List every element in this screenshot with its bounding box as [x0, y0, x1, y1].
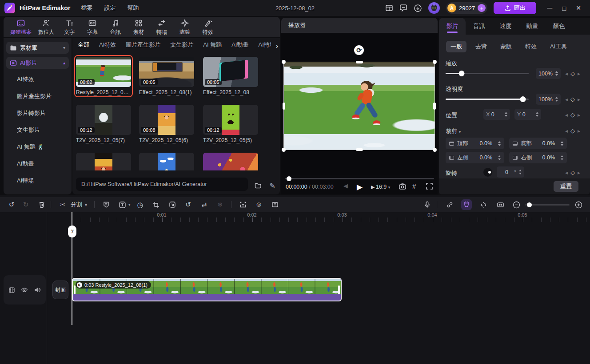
minimize-button[interactable]: — [547, 5, 552, 11]
opacity-keyframe-controls[interactable]: ◂◇▸ [565, 96, 580, 103]
subtab-mask[interactable]: 蒙版 [496, 41, 516, 52]
media-item[interactable]: 00:05 Effect_2025_12_08 [203, 57, 258, 95]
toolbar-subtitle[interactable]: 字幕 [81, 19, 104, 36]
position-y-input[interactable]: Y 0 [514, 109, 541, 120]
open-folder-icon[interactable] [254, 182, 263, 190]
media-item[interactable] [203, 153, 258, 170]
timeline-zoom-handle[interactable] [527, 202, 532, 207]
media-item[interactable] [76, 153, 131, 170]
scale-slider[interactable] [446, 73, 529, 74]
export-button[interactable]: 匯出 [494, 2, 536, 14]
timeline-ruler[interactable]: 0:01 0:02 0:03 0:04 0:05 [47, 212, 590, 222]
download-icon[interactable] [414, 4, 422, 12]
timeline-clip[interactable]: ▶ 0:03 Restyle_2025_12_08(1) [72, 278, 342, 301]
sidebar-item-ai-transition[interactable]: AI轉場 [17, 177, 34, 185]
transform-handle-left[interactable] [283, 103, 285, 110]
player-canvas[interactable]: ⟳ [281, 33, 438, 175]
track-film-icon[interactable] [8, 287, 15, 293]
menu-help[interactable]: 幫助 [127, 4, 139, 12]
play-icon[interactable]: ▶ [357, 182, 363, 192]
crop-left-input[interactable]: 左側 0.0% [446, 152, 504, 163]
playhead-split-badge[interactable]: ✂ [68, 226, 76, 237]
crop-keyframe-controls[interactable]: ◂◇▸ [565, 127, 580, 134]
tab-animation[interactable]: 動畫 [519, 18, 546, 35]
unlink-clips-icon[interactable] [478, 199, 489, 210]
menu-file[interactable]: 檔案 [81, 4, 92, 12]
sidebar-item-image-to-video[interactable]: 圖片產生影片 [17, 92, 52, 100]
media-item[interactable]: 00:05 Effect_2025_12_08(1) [139, 57, 194, 95]
clip-trim-handle-right[interactable] [338, 285, 340, 294]
crop-label[interactable]: 裁剪 ▾ [446, 127, 461, 135]
sidebar-item-video-to-video[interactable]: 影片轉影片 [17, 109, 46, 117]
tab-image-to-video[interactable]: 圖片產生影片 [126, 41, 160, 52]
tab-color[interactable]: 顏色 [546, 18, 572, 35]
aspect-ratio-select[interactable]: ▶ 16:9 ▾ [371, 184, 390, 190]
library-path[interactable]: D:/HitPaw Software/HitPaw Edimakor/AI Ge… [76, 178, 248, 191]
subtab-general[interactable]: 一般 [446, 41, 466, 52]
seek-bar[interactable] [285, 178, 434, 179]
crop-tool-icon[interactable] [151, 199, 162, 210]
sticker-tool-icon[interactable]: ☺ [254, 199, 264, 210]
position-x-input[interactable]: X 0 [483, 109, 510, 120]
tab-audio[interactable]: 音訊 [466, 18, 492, 35]
transform-handle-bottom-left[interactable] [282, 148, 286, 152]
media-item[interactable]: 00:12 T2V_2025_12_05(5) [203, 105, 258, 143]
transform-handle-bottom[interactable] [356, 148, 363, 151]
sidebar-library[interactable]: 素材庫 ▾ [6, 42, 69, 54]
edit-path-icon[interactable]: ✎ [270, 182, 275, 190]
feedback-icon[interactable] [399, 4, 407, 12]
menu-settings[interactable]: 設定 [104, 4, 116, 12]
tab-ai-transition[interactable]: AI轉場 [259, 41, 271, 52]
subtab-effects[interactable]: 特效 [521, 41, 541, 52]
speed-tool-icon[interactable]: ◷ [135, 199, 146, 210]
delete-icon[interactable] [36, 199, 47, 210]
toolbar-elements[interactable]: 素材 [127, 19, 150, 36]
tabs-overflow-arrow[interactable]: › [276, 41, 278, 51]
clip-trim-handle-left[interactable] [74, 285, 76, 294]
toolbar-audio[interactable]: 音訊 [104, 19, 127, 36]
media-item[interactable]: 00:02 Restyle_2025_12_08(1) [76, 57, 131, 95]
zoom-out-icon[interactable] [511, 199, 522, 210]
media-item[interactable] [139, 153, 194, 170]
undo-icon[interactable]: ↺ [6, 199, 17, 210]
transform-handle-bottom-right[interactable] [433, 148, 437, 152]
transform-handle-top-left[interactable] [282, 60, 286, 64]
rewind-tool-icon[interactable]: ↺ [183, 199, 194, 210]
coin-balance[interactable]: A 29027 + [446, 2, 487, 14]
rotate-keyframe-controls[interactable]: ◂◇▸ [565, 169, 580, 176]
track-visibility-icon[interactable] [21, 286, 28, 293]
toolbar-filter[interactable]: 濾鏡 [173, 19, 196, 36]
user-avatar[interactable] [428, 2, 440, 14]
mask-tool-icon[interactable] [101, 199, 112, 210]
text-tool-icon[interactable] [117, 199, 128, 210]
rotate-handle-icon[interactable]: ⟳ [354, 45, 364, 55]
position-keyframe-controls[interactable]: ◂◇▸ [565, 111, 580, 118]
tab-all[interactable]: 全部 [78, 41, 89, 52]
zoom-in-icon[interactable] [573, 199, 584, 210]
close-button[interactable]: ✕ [576, 4, 581, 12]
scale-slider-handle[interactable] [458, 71, 464, 76]
tab-video[interactable]: 影片 [439, 18, 466, 35]
opacity-value[interactable]: 100% [536, 94, 561, 105]
toolbar-text[interactable]: 文字 [58, 19, 81, 36]
crop-right-input[interactable]: 右側 0.0% [509, 152, 567, 163]
transform-handle-top[interactable] [356, 61, 363, 63]
prev-frame-icon[interactable]: ◀ [343, 182, 348, 189]
scale-tool-icon[interactable] [167, 199, 178, 210]
grid-icon[interactable]: # [412, 182, 416, 190]
toolbar-digital-human[interactable]: 數位人 [35, 19, 58, 36]
timeline-zoom-slider[interactable] [525, 204, 570, 206]
redo-icon[interactable]: ↻ [20, 199, 31, 210]
fullscreen-icon[interactable] [426, 182, 433, 190]
toolbar-transition[interactable]: 轉場 [150, 19, 173, 36]
track-mute-icon[interactable] [34, 286, 41, 293]
export-frame-icon[interactable] [270, 199, 280, 210]
opacity-slider-handle[interactable] [520, 96, 526, 102]
tab-speed[interactable]: 速度 [492, 18, 519, 35]
toolbar-media[interactable]: 媒體檔案 [7, 19, 35, 36]
tab-ai-effects[interactable]: AI特效 [99, 41, 116, 52]
rotate-dial[interactable] [483, 168, 492, 177]
reset-button[interactable]: 重置 [554, 181, 578, 192]
link-clips-icon[interactable] [444, 199, 455, 210]
crop-top-input[interactable]: 頂部 0.0% [446, 138, 504, 149]
